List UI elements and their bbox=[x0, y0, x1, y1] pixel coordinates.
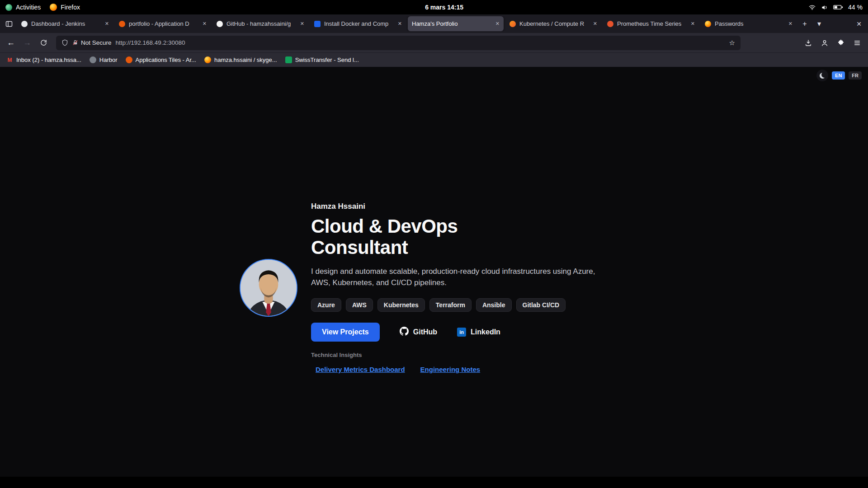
github-button[interactable]: GitHub bbox=[400, 327, 437, 338]
tab-close-icon[interactable]: ✕ bbox=[495, 21, 500, 27]
jenkins-icon bbox=[21, 21, 28, 27]
tab-close-icon[interactable]: ✕ bbox=[203, 21, 207, 27]
skill-pill: Terraform bbox=[429, 298, 472, 312]
bookmark-label: Harbor bbox=[99, 56, 118, 63]
page-title: Cloud & DevOps Consultant bbox=[311, 216, 600, 258]
github-icon bbox=[400, 327, 409, 338]
browser-tab[interactable]: Prometheus Time Series✕ bbox=[603, 16, 699, 31]
linkedin-icon: in bbox=[457, 328, 466, 337]
harbor-icon bbox=[90, 56, 96, 63]
activities-icon bbox=[5, 4, 12, 11]
linkedin-button[interactable]: in LinkedIn bbox=[457, 328, 500, 337]
theme-toggle-button[interactable] bbox=[816, 70, 828, 81]
firefox-icon bbox=[705, 21, 711, 27]
activities-label: Activities bbox=[16, 4, 41, 11]
hero-text: Hamza Hssaini Cloud & DevOps Consultant … bbox=[311, 202, 600, 373]
cta-row: View Projects GitHub in LinkedIn bbox=[311, 323, 600, 342]
tab-title: Hamza's Portfolio bbox=[412, 20, 492, 27]
tab-close-icon[interactable]: ✕ bbox=[593, 21, 597, 27]
forward-button[interactable]: → bbox=[20, 36, 34, 50]
grafana-icon bbox=[509, 21, 516, 27]
insight-link[interactable]: Delivery Metrics Dashboard bbox=[316, 366, 405, 373]
tab-strip: Dashboard - Jenkins✕portfolio - Applicat… bbox=[0, 14, 868, 33]
skill-pill: Azure bbox=[311, 298, 341, 312]
page-content: EN FR Hamza Hssaini Cloud & D bbox=[0, 67, 868, 477]
hero-section: Hamza Hssaini Cloud & DevOps Consultant … bbox=[240, 202, 868, 373]
new-tab-button[interactable]: + bbox=[798, 18, 811, 30]
tab-close-icon[interactable]: ✕ bbox=[691, 21, 695, 27]
firefox-view-icon[interactable] bbox=[3, 18, 15, 30]
app-tile-icon bbox=[126, 56, 132, 63]
focused-app-indicator[interactable]: Firefox bbox=[50, 4, 80, 11]
back-button[interactable]: ← bbox=[4, 36, 18, 50]
navigation-toolbar: ← → Not Secure bbox=[0, 33, 868, 52]
tab-title: Dashboard - Jenkins bbox=[31, 20, 101, 27]
reload-button[interactable] bbox=[36, 36, 51, 50]
browser-tab[interactable]: Install Docker and Comp✕ bbox=[310, 16, 406, 31]
security-label: Not Secure bbox=[81, 39, 112, 46]
bookmark-item[interactable]: Harbor bbox=[90, 56, 118, 63]
extensions-icon[interactable] bbox=[834, 36, 848, 50]
bookmark-label: SwissTransfer - Send l... bbox=[295, 56, 359, 63]
browser-tab[interactable]: GitHub - hamzahssaini/g✕ bbox=[212, 16, 308, 31]
github-icon bbox=[217, 21, 223, 27]
view-projects-button[interactable]: View Projects bbox=[311, 323, 380, 342]
focused-app-label: Firefox bbox=[61, 4, 80, 11]
tab-close-icon[interactable]: ✕ bbox=[398, 21, 402, 27]
title-line-2: Consultant bbox=[311, 237, 408, 258]
account-icon[interactable] bbox=[817, 36, 832, 50]
gmail-icon: M bbox=[6, 56, 13, 63]
security-indicator[interactable]: Not Secure bbox=[72, 39, 112, 46]
bookmark-item[interactable]: Applications Tiles - Ar... bbox=[126, 56, 196, 63]
browser-tab[interactable]: Hamza's Portfolio✕ bbox=[408, 16, 504, 31]
bookmark-label: Inbox (2) - hamza.hssa... bbox=[16, 56, 81, 63]
swisstransfer-icon bbox=[285, 56, 292, 63]
github-label: GitHub bbox=[413, 328, 437, 336]
menu-icon[interactable] bbox=[850, 36, 864, 50]
url-bar[interactable]: Not Secure http://192.168.49.2:30080 ☆ bbox=[56, 36, 741, 50]
tab-title: Kubernetes / Compute R bbox=[519, 20, 590, 27]
docker-icon bbox=[314, 21, 321, 27]
insights-heading: Technical Insights bbox=[311, 352, 600, 358]
insecure-lock-icon bbox=[72, 40, 78, 46]
system-tray[interactable]: 44 % bbox=[808, 4, 863, 11]
prometheus-icon bbox=[607, 21, 613, 27]
insight-links: Delivery Metrics DashboardEngineering No… bbox=[311, 366, 600, 373]
shield-icon[interactable] bbox=[61, 39, 68, 46]
app-tile-icon bbox=[119, 21, 125, 27]
firefox-icon bbox=[204, 56, 211, 63]
bookmark-item[interactable]: SwissTransfer - Send l... bbox=[285, 56, 359, 63]
moon-icon bbox=[820, 73, 826, 79]
tab-strip-tabs: Dashboard - Jenkins✕portfolio - Applicat… bbox=[17, 16, 797, 31]
avatar bbox=[240, 259, 297, 317]
insight-link[interactable]: Engineering Notes bbox=[420, 366, 481, 373]
bookmark-label: hamza.hssaini / skyge... bbox=[214, 56, 277, 63]
lang-en-button[interactable]: EN bbox=[832, 71, 845, 80]
linkedin-label: LinkedIn bbox=[471, 328, 500, 336]
battery-icon bbox=[833, 4, 843, 10]
downloads-icon[interactable] bbox=[801, 36, 816, 50]
person-name: Hamza Hssaini bbox=[311, 202, 600, 211]
activities-button[interactable]: Activities bbox=[5, 4, 41, 11]
skill-pill: Gitlab CI/CD bbox=[516, 298, 566, 312]
browser-tab[interactable]: portfolio - Application D✕ bbox=[115, 16, 211, 31]
skill-pills: AzureAWSKubernetesTerraformAnsibleGitlab… bbox=[311, 298, 600, 312]
url-text[interactable]: http://192.168.49.2:30080 bbox=[116, 39, 185, 46]
browser-tab[interactable]: Dashboard - Jenkins✕ bbox=[17, 16, 113, 31]
volume-icon bbox=[821, 4, 828, 11]
lang-fr-button[interactable]: FR bbox=[849, 71, 862, 80]
bookmark-item[interactable]: MInbox (2) - hamza.hssa... bbox=[6, 56, 81, 63]
window-close-button[interactable]: ✕ bbox=[853, 18, 865, 30]
bookmark-star-icon[interactable]: ☆ bbox=[729, 39, 735, 47]
tab-title: portfolio - Application D bbox=[129, 20, 199, 27]
list-tabs-button[interactable]: ▾ bbox=[813, 18, 826, 30]
tab-close-icon[interactable]: ✕ bbox=[300, 21, 304, 27]
clock[interactable]: 6 mars 14:15 bbox=[425, 4, 463, 11]
browser-tab[interactable]: Kubernetes / Compute R✕ bbox=[505, 16, 601, 31]
tab-title: Prometheus Time Series bbox=[617, 20, 687, 27]
tab-close-icon[interactable]: ✕ bbox=[788, 21, 793, 27]
bookmark-item[interactable]: hamza.hssaini / skyge... bbox=[204, 56, 277, 63]
browser-tab[interactable]: Passwords✕ bbox=[701, 16, 797, 31]
tab-title: Passwords bbox=[715, 20, 785, 27]
tab-close-icon[interactable]: ✕ bbox=[105, 21, 109, 27]
